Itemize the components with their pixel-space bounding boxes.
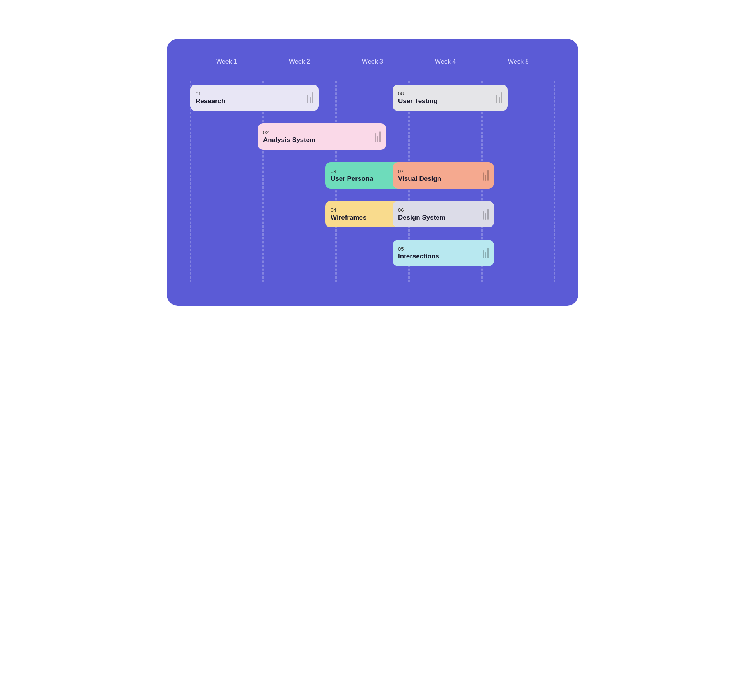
task-name: Analysis System [263,136,381,144]
task-name: Visual Design [398,175,489,183]
week-label: Week 4 [409,58,482,65]
task-number: 05 [398,246,489,252]
task-number: 06 [398,207,489,213]
task-card-task-05: 05Intersections [393,240,494,266]
task-number: 07 [398,168,489,174]
task-number: 01 [196,91,313,97]
bar-icon [483,170,489,181]
page-container: Week 1Week 2Week 3Week 4Week 5 01Researc… [167,23,578,306]
week-label: Week 2 [263,58,336,65]
task-number: 08 [398,91,502,97]
bar-icon [483,209,489,220]
week-label: Week 5 [482,58,555,65]
week-label: Week 1 [190,58,263,65]
bar-icon [483,248,489,258]
gantt-area: 01Research02Analysis System03User Person… [190,81,555,282]
task-name: Design System [398,214,489,222]
task-number: 02 [263,130,381,135]
task-name: Intersections [398,253,489,260]
bar-icon [375,131,381,142]
task-card-task-07: 07Visual Design [393,162,494,189]
task-card-task-06: 06Design System [393,201,494,227]
bar-icon [307,92,313,103]
task-card-task-08: 08User Testing [393,85,508,111]
task-name: Research [196,97,313,105]
week-label: Week 3 [336,58,409,65]
bar-icon [496,92,502,103]
weeks-header: Week 1Week 2Week 3Week 4Week 5 [190,58,555,65]
task-card-task-01: 01Research [190,85,319,111]
timeline-container: Week 1Week 2Week 3Week 4Week 5 01Researc… [167,39,578,306]
task-name: User Testing [398,97,502,105]
dashed-col [190,81,263,282]
task-card-task-02: 02Analysis System [258,123,386,150]
